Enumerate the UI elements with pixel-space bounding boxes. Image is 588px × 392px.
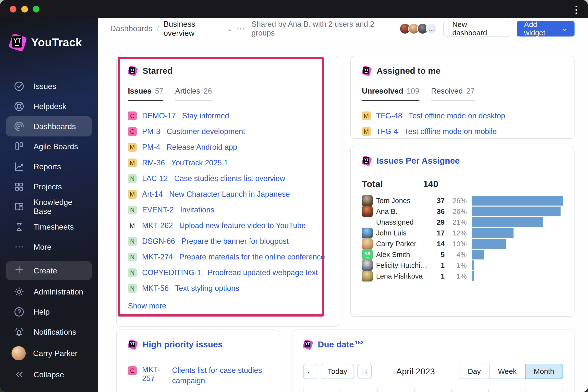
issue-title-link[interactable]: Test offline mode on mobile <box>404 127 497 136</box>
issue-id-link[interactable]: PM-4 <box>142 143 160 152</box>
avatars-more[interactable]: … <box>426 23 437 34</box>
issue-title-link[interactable]: Release Android app <box>166 143 237 152</box>
tab[interactable]: Resolved 27 <box>431 87 475 101</box>
sidebar-item-dashboards[interactable]: Dashboards <box>6 116 92 136</box>
chevron-down-icon <box>562 26 567 31</box>
issue-title-link[interactable]: Prepare the banner for blogpost <box>181 237 288 246</box>
widget-title-link[interactable]: Due date152 <box>318 340 364 349</box>
sidebar-item-administration[interactable]: Administration <box>6 282 92 302</box>
today-button[interactable]: Today <box>321 364 354 379</box>
sidebar-item-issues[interactable]: Issues <box>6 76 92 96</box>
view-option[interactable]: Day <box>459 364 490 379</box>
issue-title-link[interactable]: Clients list for case studies campaign <box>172 365 268 386</box>
issue-id-link[interactable]: TFG-4 <box>376 127 398 136</box>
issue-title-link[interactable]: Case studies clients list overview <box>174 174 285 183</box>
sidebar-item-knowledge-base[interactable]: Knowledge Base <box>6 197 92 217</box>
sidebar-item-helpdesk[interactable]: Helpdesk <box>6 96 92 116</box>
calendar-month-label: April 2023 <box>375 366 456 376</box>
collapse-label: Collapse <box>34 370 64 379</box>
issue-title-link[interactable]: Text styling options <box>175 284 239 293</box>
issue-id-link[interactable]: RM-36 <box>142 158 165 167</box>
sidebar-item-notifications[interactable]: Notifications <box>6 322 92 342</box>
bar-track <box>472 217 563 227</box>
assignee-name: Tom Jones <box>376 197 430 205</box>
issue-id-link[interactable]: MKT-56 <box>142 284 169 293</box>
issue-title-link[interactable]: Test offline mode on desktop <box>409 112 505 120</box>
sidebar-item-reports[interactable]: Reports <box>6 156 92 177</box>
add-widget-label: Add widget <box>524 20 558 37</box>
assignee-percent: 4% <box>445 251 467 259</box>
help-icon <box>14 306 25 318</box>
sidebar-item-agile-boards[interactable]: Agile Boards <box>6 136 92 156</box>
zoom-button[interactable] <box>33 6 40 12</box>
issue-id-link[interactable]: DEMO-17 <box>142 112 176 120</box>
sidebar: YT YouTrack Issues Helpdesk <box>0 18 98 392</box>
sidebar-item-label: Projects <box>34 182 62 191</box>
dashboard-more-menu[interactable]: ⋯ <box>237 24 246 34</box>
issue-title-link[interactable]: Proofread updated webpage text <box>208 268 318 277</box>
issue-id-link[interactable]: MKT-274 <box>142 252 173 262</box>
close-button[interactable] <box>10 6 16 12</box>
assignee-name: Alex Smith <box>376 251 430 259</box>
issue-row: C DEMO-17 Stay informed <box>128 108 328 124</box>
issue-id-link[interactable]: PM-3 <box>142 127 160 136</box>
prev-button[interactable]: ← <box>303 364 317 379</box>
project-badge: M <box>128 143 137 152</box>
issue-id-link[interactable]: MKT-257 <box>142 365 166 383</box>
issue-id-link[interactable]: Art-14 <box>142 190 163 199</box>
issue-title-link[interactable]: Stay informed <box>182 112 229 120</box>
issue-id-link[interactable]: EVENT-2 <box>142 206 174 214</box>
avatar <box>362 217 373 228</box>
widget-title-link[interactable]: High priority issues <box>142 340 223 349</box>
project-badge: C <box>128 127 137 136</box>
next-button[interactable]: → <box>358 364 372 379</box>
issue-id-link[interactable]: TFG-48 <box>376 112 402 120</box>
sidebar-collapse[interactable]: Collapse <box>6 364 92 385</box>
issue-title-link[interactable]: Upload new feature video to YouTube <box>179 221 306 230</box>
breadcrumb-dashboards[interactable]: Dashboards <box>110 24 153 33</box>
issue-title-link[interactable]: Customer development <box>166 127 245 136</box>
issue-id-link[interactable]: MKT-262 <box>142 221 173 230</box>
bar-track <box>472 196 563 206</box>
dashboard-title-menu[interactable]: Business overview <box>164 20 232 38</box>
create-button[interactable]: Create <box>6 261 92 280</box>
sidebar-item-more[interactable]: More <box>6 237 92 257</box>
shared-avatars[interactable]: … <box>399 23 437 34</box>
widget-title: Starred <box>142 66 173 76</box>
issue-id-link[interactable]: LAC-12 <box>142 174 168 183</box>
projects-grid-icon <box>14 181 25 192</box>
issue-title-link[interactable]: Prepare materials for the online confere… <box>179 252 325 262</box>
sidebar-item-help[interactable]: Help <box>6 302 92 322</box>
add-widget-button[interactable]: Add widget <box>517 21 574 36</box>
issue-id-link[interactable]: DSGN-66 <box>142 237 175 246</box>
issue-title-link[interactable]: Invitations <box>180 206 214 214</box>
sidebar-user[interactable]: Carry Parker <box>6 342 92 364</box>
bar-track <box>472 271 563 281</box>
view-option[interactable]: Week <box>489 364 525 379</box>
tab[interactable]: Issues 57 <box>128 87 164 101</box>
tab-label: Resolved <box>431 87 463 96</box>
view-option[interactable]: Month <box>525 364 563 379</box>
minimize-button[interactable] <box>21 6 28 12</box>
issue-title-link[interactable]: New Character Launch in Japanese <box>169 190 290 199</box>
project-badge: M <box>128 221 137 230</box>
youtrack-logo-icon: YT <box>10 34 26 50</box>
reports-chart-icon <box>14 161 25 172</box>
sidebar-item-label: Administration <box>34 288 83 296</box>
widget-assigned-to-me: YT Assigned to me Unresolved 109 Res <box>350 56 574 139</box>
issue-title-link[interactable]: YouTrack 2025.1 <box>171 158 228 167</box>
new-dashboard-label: New dashboard <box>452 20 502 37</box>
issue-row: N MKT-274 Prepare materials for the onli… <box>128 249 328 265</box>
tab[interactable]: Articles 26 <box>175 87 212 101</box>
sidebar-item-projects[interactable]: Projects <box>6 177 92 197</box>
tab[interactable]: Unresolved 109 <box>362 87 420 101</box>
show-more-link[interactable]: Show more <box>128 302 166 310</box>
widget-title-link[interactable]: Issues Per Assignee <box>376 156 460 166</box>
sidebar-item-label: Help <box>34 308 50 316</box>
window-menu-icon[interactable] <box>571 4 581 15</box>
widget-title: Assigned to me <box>376 66 440 76</box>
new-dashboard-button[interactable]: New dashboard <box>444 21 510 36</box>
sidebar-item-timesheets[interactable]: Timesheets <box>6 217 92 237</box>
issue-id-link[interactable]: COPYEDITING-1 <box>142 268 201 277</box>
bell-icon <box>14 326 25 338</box>
